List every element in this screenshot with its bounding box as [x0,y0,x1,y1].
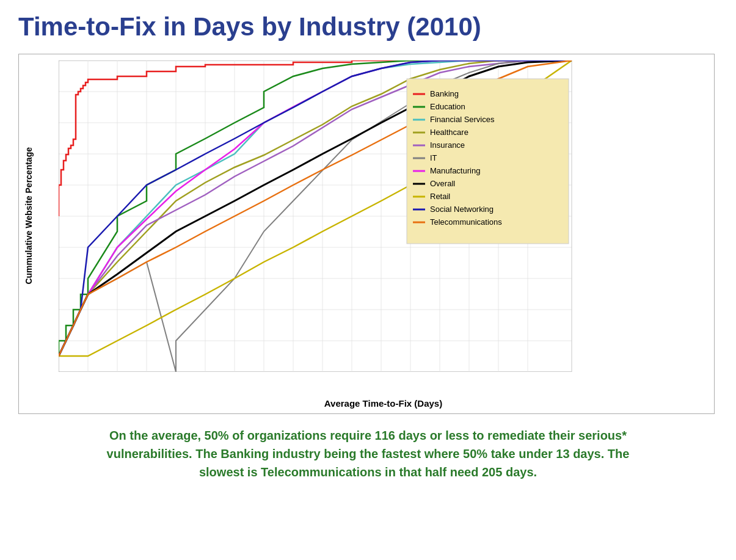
svg-text:Retail: Retail [430,192,450,201]
svg-text:Manufacturing: Manufacturing [430,166,480,175]
svg-text:Financial Services: Financial Services [430,115,495,124]
caption: On the average, 50% of organizations req… [93,426,643,481]
chart-svg: 0 10 20 30 40 50 60 70 80 90 100 1 25 50… [59,60,700,372]
svg-text:Healthcare: Healthcare [430,128,468,137]
chart-container: Cummulative Website Percentage 0 10 20 3… [18,54,715,414]
svg-text:Banking: Banking [430,89,459,98]
svg-text:IT: IT [430,153,437,162]
svg-text:Overall: Overall [430,179,455,188]
y-axis-label: Cummulative Website Percentage [24,147,34,285]
svg-text:Insurance: Insurance [430,140,465,150]
svg-text:Telecommunications: Telecommunications [430,217,502,227]
x-axis-label: Average Time-to-Fix (Days) [59,398,708,409]
page-title: Time-to-Fix in Days by Industry (2010) [18,12,718,42]
svg-text:Education: Education [430,102,465,111]
svg-text:Social Networking: Social Networking [430,205,494,214]
